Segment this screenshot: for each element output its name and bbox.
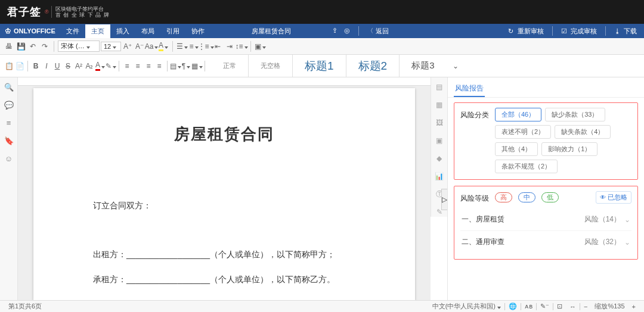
download-button[interactable]: ⭳下载 [612,26,639,37]
style-normal[interactable]: 正常 [211,55,249,77]
align-left-icon[interactable]: ≡ [122,61,132,71]
search-icon[interactable]: 🔍 [4,82,14,92]
left-side-rail: 🔍 💬 ≡ 🔖 ☺ [0,77,18,300]
risk-section-item[interactable]: 二、通用审查 风险（32） [460,230,631,253]
style-no-spacing[interactable]: 无空格 [249,55,293,77]
styles-expand-icon[interactable]: ⌄ [450,61,461,71]
font-color-icon[interactable]: A [95,61,106,71]
image-settings-icon[interactable]: 🖼 [435,118,444,127]
spellcheck-icon[interactable]: ᴀʙ [521,302,536,310]
align-center-icon[interactable]: ≡ [132,61,143,71]
borders-icon[interactable]: ▦ [191,61,202,71]
outline-icon[interactable]: ≡ [4,118,14,127]
chip-other[interactable]: 其他（4） [495,142,538,156]
shading-icon[interactable]: ▤ [170,61,181,71]
indent-dec-icon[interactable]: ⇤ [212,41,223,52]
copy-icon[interactable]: 📋 [4,61,14,71]
fit-width-icon[interactable]: ↔ [566,303,580,310]
header-settings-icon[interactable]: ▣ [435,136,444,145]
level-low-chip[interactable]: 低 [541,192,559,202]
panel-collapse-handle[interactable]: ▷ [441,189,447,210]
page-indicator[interactable]: 第1页共6页 [5,302,45,311]
clear-format-icon[interactable]: ✎ [106,61,116,71]
user-icon[interactable]: ◎ [344,27,352,35]
chip-lost-clause[interactable]: 缺失条款（4） [555,125,611,139]
ignored-toggle[interactable]: 已忽略 [596,191,631,204]
bullets-icon[interactable]: ☰ [177,41,187,52]
font-increase-icon[interactable]: A⁺ [122,41,133,52]
menu-tab-collab[interactable]: 协作 [185,24,210,38]
language-indicator[interactable]: 中文(中华人民共和国) [429,302,504,311]
risk-panel-tabs: 风险报告 [448,77,644,98]
font-family-select[interactable]: 宋体 (… [58,40,100,52]
menu-tab-references[interactable]: 引用 [160,24,185,38]
multilevel-icon[interactable]: ⋮≡ [200,41,211,52]
style-heading1[interactable]: 标题1 [293,55,346,77]
fit-page-icon[interactable]: ⊡ [553,302,566,310]
style-heading3[interactable]: 标题3 [400,55,446,77]
menu-tab-file[interactable]: 文件 [60,24,85,38]
font-size-select[interactable]: 12 [101,42,121,51]
chip-effect[interactable]: 影响效力（1） [541,142,597,156]
document-canvas[interactable]: 房屋租赁合同 订立合同双方： 出租方：__________________（个人… [18,77,431,300]
re-review-button[interactable]: ↻重新审核 [506,26,546,37]
align-justify-icon[interactable]: ≡ [154,61,165,71]
document-page[interactable]: 房屋租赁合同 订立合同双方： 出租方：__________________（个人… [33,88,415,300]
indent-inc-icon[interactable]: ⇥ [224,41,235,52]
print-icon[interactable]: 🖶 [4,41,14,52]
chart-settings-icon[interactable]: 📊 [435,171,444,181]
level-high-chip[interactable]: 高 [495,192,512,202]
strike-icon[interactable]: S [63,61,73,71]
style-heading2[interactable]: 标题2 [346,55,400,77]
zoom-in-button[interactable]: + [628,303,639,310]
paragraph-settings-icon[interactable]: ▤ [435,82,444,92]
undo-icon[interactable]: ↶ [27,41,38,52]
bold-icon[interactable]: B [30,61,41,71]
chip-missing-clause[interactable]: 缺少条款（33） [545,108,605,121]
globe-icon[interactable]: 🌐 [505,302,521,310]
zoom-level[interactable]: 缩放%135 [591,302,628,311]
superscript-icon[interactable]: A² [73,61,84,71]
track-changes-icon[interactable]: ✎⁻ [537,302,553,310]
app-menu-bar: ONLYOFFICE 文件 主页 插入 布局 引用 协作 房屋租赁合同 ⇪ ◎ … [0,24,644,38]
change-case-icon[interactable]: Aa [146,41,157,52]
risk-section-item[interactable]: 一、房屋租赁 风险（14） [460,208,631,230]
finish-review-button[interactable]: ☑完成审核 [559,26,599,37]
italic-icon[interactable]: I [41,61,52,71]
menu-tab-home[interactable]: 主页 [85,24,110,38]
chip-nonstandard[interactable]: 条款不规范（2） [495,160,558,173]
font-decrease-icon[interactable]: A⁻ [134,41,145,52]
back-button[interactable]: 〈返回 [365,26,391,37]
doc-heading: 房屋租赁合同 [93,124,355,145]
chip-unclear[interactable]: 表述不明（2） [495,125,551,139]
risk-report-panel: 风险报告 风险分类 全部（46） 缺少条款（33） 表述不明（2） 缺失条款（4… [447,77,644,300]
risk-category-chips: 全部（46） 缺少条款（33） 表述不明（2） 缺失条款（4） 其他（4） 影响… [495,108,631,173]
subscript-icon[interactable]: A₂ [84,61,95,71]
redo-icon[interactable]: ↷ [39,41,50,52]
refresh-icon: ↻ [508,27,515,35]
menu-tab-insert[interactable]: 插入 [110,24,135,38]
horizontal-ruler[interactable] [18,77,431,86]
align-right-icon[interactable]: ≡ [143,61,154,71]
level-mid-chip[interactable]: 中 [518,192,535,202]
line-spacing-icon[interactable]: ↕≡ [236,41,247,52]
feedback-icon[interactable]: ☺ [4,154,14,163]
chip-all[interactable]: 全部（46） [495,108,541,121]
brand-subtitle: 区块链电子签约平台 首 创 全 球 下 品 牌 [51,6,110,18]
styles-row: 📋 📄 B I U S A² A₂ A ✎ ≡ ≡ ≡ ≡ ▤ ¶ ▦ 正常 无… [0,55,644,77]
menu-tab-layout[interactable]: 布局 [135,24,160,38]
insert-object-icon[interactable]: ▣ [255,41,265,52]
bookmark-icon[interactable]: 🔖 [4,136,14,145]
paste-icon[interactable]: 📄 [14,61,25,71]
risk-level-label: 风险等级 [460,191,489,204]
shape-settings-icon[interactable]: ◆ [435,154,444,163]
table-settings-icon[interactable]: ▦ [435,100,444,110]
underline-icon[interactable]: U [52,61,63,71]
zoom-out-button[interactable]: − [580,303,591,310]
save-icon[interactable]: 💾 [16,41,26,52]
paragraph-mark-icon[interactable]: ¶ [181,61,191,71]
tab-risk-report[interactable]: 风险报告 [454,81,485,97]
highlight-icon[interactable]: A [158,41,169,52]
share-icon[interactable]: ⇪ [332,27,340,35]
comments-icon[interactable]: 💬 [4,100,14,110]
